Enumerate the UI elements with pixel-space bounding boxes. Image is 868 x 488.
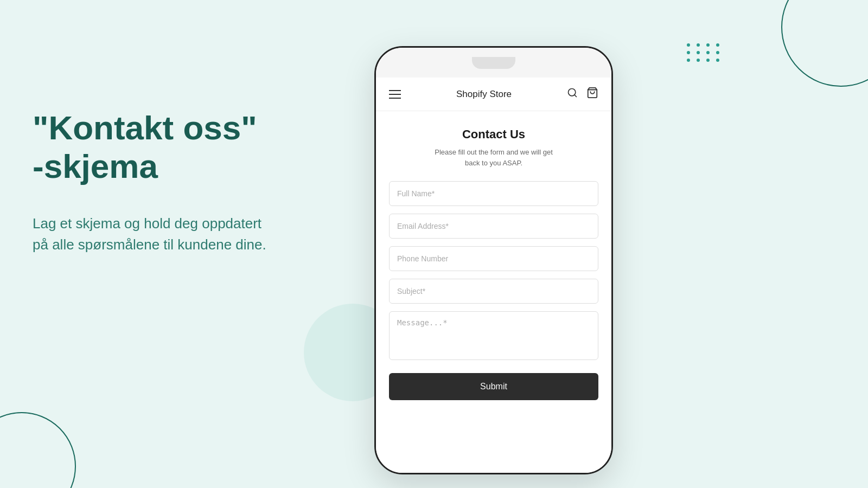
subject-field [389,279,598,304]
main-heading: "Kontakt oss" -skjema [33,108,358,186]
subject-input[interactable] [389,279,598,304]
menu-icon[interactable] [389,90,401,99]
deco-dot [706,51,710,54]
menu-line [389,90,401,91]
cart-icon[interactable] [586,87,598,101]
form-subtitle: Please fill out the form and we will get… [389,147,598,168]
subtext-line1: Lag et skjema og hold deg oppdatert [33,215,261,232]
deco-dot [716,59,719,62]
deco-circle-bottom-left [0,412,76,488]
form-subtitle-line2: back to you ASAP. [465,159,522,167]
menu-line [389,94,401,95]
submit-button[interactable]: Submit [389,373,598,400]
phone-frame: Shopify Store Contact Us Please fill out… [374,46,613,474]
nav-bar: Shopify Store [376,78,611,111]
search-icon[interactable] [567,87,578,101]
deco-dots-grid [687,43,722,62]
form-title: Contact Us [389,127,598,142]
deco-dot [716,51,719,54]
deco-dot [716,43,719,47]
form-subtitle-line1: Please fill out the form and we will get [435,148,553,156]
subtext-line2: på alle spørsmålene til kundene dine. [33,236,266,253]
phone-input[interactable] [389,246,598,271]
deco-circle-top-right [781,0,868,87]
deco-dot [687,59,690,62]
heading-line1: "Kontakt oss" [33,109,257,146]
store-name: Shopify Store [456,89,512,100]
nav-icons [567,87,598,101]
menu-line [389,98,401,99]
deco-dot [687,51,690,54]
deco-dot [706,59,710,62]
deco-dot [697,59,700,62]
heading-line2: -skjema [33,147,158,185]
email-input[interactable] [389,214,598,239]
deco-dot [687,43,690,47]
phone-mockup: Shopify Store Contact Us Please fill out… [374,46,613,474]
message-field [389,311,598,362]
sub-text: Lag et skjema og hold deg oppdatert på a… [33,213,358,255]
phone-field [389,246,598,271]
phone-content: Contact Us Please fill out the form and … [376,111,611,473]
deco-dot [706,43,710,47]
phone-notch-area [376,48,611,78]
phone-notch [472,57,515,69]
message-textarea[interactable] [389,311,598,360]
full-name-field [389,181,598,206]
left-section: "Kontakt oss" -skjema Lag et skjema og h… [33,108,358,255]
full-name-input[interactable] [389,181,598,206]
deco-dot [697,43,700,47]
deco-dot [697,51,700,54]
email-field [389,214,598,239]
svg-line-1 [575,95,577,97]
